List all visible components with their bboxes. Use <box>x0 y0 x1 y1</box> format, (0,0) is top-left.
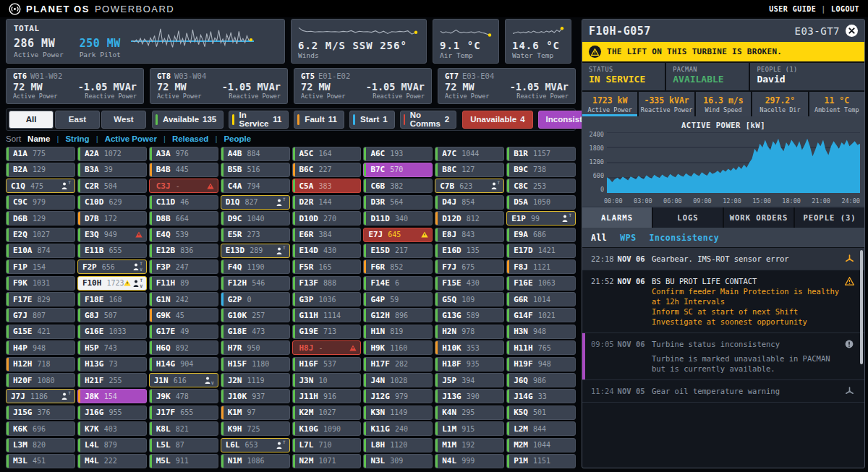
turbine-tile-G18E[interactable]: G18E473 <box>221 325 290 339</box>
turbine-tile-C10D[interactable]: C10D629 <box>77 195 147 210</box>
turbine-tile-B5B[interactable]: B5B516 <box>221 163 290 177</box>
turbine-tile-G7J[interactable]: G7J807 <box>6 308 75 322</box>
turbine-tile-J16G[interactable]: J16G955 <box>77 406 147 420</box>
turbine-tile-J12G[interactable]: J12G979 <box>363 389 433 403</box>
turbine-tile-F7J[interactable]: F7J675 <box>435 259 504 274</box>
turbine-tile-F1P[interactable]: F1P154 <box>6 259 75 274</box>
turbine-tile-C8C[interactable]: C8C253 <box>506 179 576 193</box>
turbine-tile-E7J[interactable]: E7J645 <box>363 228 433 242</box>
turbine-tile-J10K[interactable]: J10K937 <box>221 389 290 403</box>
turbine-tile-H16F[interactable]: H16F537 <box>292 357 362 372</box>
turbine-tile-K9H[interactable]: K9H725 <box>221 421 290 436</box>
turbine-tile-P1M[interactable]: P1M1151 <box>506 454 576 468</box>
alarm-row[interactable]: 09:05NOV 06Turbine status inconsistencyT… <box>582 333 864 380</box>
turbine-tile-A6C[interactable]: A6C193 <box>363 147 433 161</box>
turbine-tile-B1R[interactable]: B1R1157 <box>506 147 576 161</box>
turbine-tile-F17E[interactable]: F17E829 <box>6 292 75 306</box>
turbine-tile-F16E[interactable]: F16E1063 <box>506 276 576 291</box>
turbine-tile-H6Q[interactable]: H6Q892 <box>149 340 218 355</box>
turbine-tile-K11G[interactable]: K11G240 <box>363 421 433 436</box>
alarm-row[interactable]: 21:52NOV 06BS BU PROT LIFE CONTACTConfir… <box>582 270 864 333</box>
turbine-tile-H14G[interactable]: H14G904 <box>149 357 218 372</box>
turbine-tile-G3P[interactable]: G3P1036 <box>292 292 362 306</box>
logout-link[interactable]: LOGOUT <box>831 5 859 13</box>
turbine-tile-E14D[interactable]: E14D430 <box>292 244 362 258</box>
turbine-tile-M5L[interactable]: M5L911 <box>149 454 218 468</box>
turbine-tile-H18F[interactable]: H18F935 <box>435 357 504 372</box>
turbine-tile-K8L[interactable]: K8L821 <box>149 421 218 436</box>
turbine-tile-N2M[interactable]: N2M1071 <box>292 454 362 468</box>
turbine-tile-J2N[interactable]: J2N1119 <box>221 373 290 387</box>
turbine-tile-G4P[interactable]: G4P59 <box>363 292 433 306</box>
turbine-tile-C2R[interactable]: C2R504 <box>77 179 147 193</box>
turbine-tile-G12H[interactable]: G12H896 <box>363 308 433 322</box>
turbine-tile-D9C[interactable]: D9C1040 <box>221 211 290 226</box>
filter-chip-unavailable[interactable]: Unavailable4 <box>462 111 532 129</box>
turbine-tile-M4L[interactable]: M4L222 <box>77 454 147 468</box>
turbine-tile-D8B[interactable]: D8B664 <box>149 211 218 226</box>
turbine-tile-H19F[interactable]: H19F948 <box>506 357 576 372</box>
turbine-tile-E8J[interactable]: E8J843 <box>435 228 504 242</box>
turbine-tile-G13G[interactable]: G13G589 <box>435 308 504 322</box>
turbine-tile-K3N[interactable]: K3N1149 <box>363 406 433 420</box>
turbine-tile-B2A[interactable]: B2A129 <box>6 163 75 177</box>
turbine-tile-H12H[interactable]: H12H718 <box>6 357 75 372</box>
turbine-tile-H5P[interactable]: H5P743 <box>77 340 147 355</box>
turbine-tile-G19E[interactable]: G19E713 <box>292 325 362 339</box>
turbine-tile-G16E[interactable]: G16E1033 <box>77 325 147 339</box>
filter-chip-no-comms[interactable]: No Comms2 <box>400 111 457 129</box>
turbine-tile-E5R[interactable]: E5R273 <box>221 228 290 242</box>
turbine-tile-L7L[interactable]: L7L710 <box>292 438 362 452</box>
turbine-tile-J4N[interactable]: J4N1028 <box>363 373 433 387</box>
turbine-tile-K2M[interactable]: K2M1027 <box>292 406 362 420</box>
stat-tab-nacelle-dir[interactable]: 297.2°Nacelle Dir <box>752 92 807 116</box>
turbine-tile-A7C[interactable]: A7C1044 <box>435 147 504 161</box>
region-tab-west[interactable]: West <box>101 111 146 129</box>
turbine-tile-K1M[interactable]: K1M97 <box>221 406 290 420</box>
turbine-tile-E9A[interactable]: E9A686 <box>506 228 576 242</box>
turbine-tile-L2M[interactable]: L2M844 <box>506 421 576 436</box>
turbine-tile-N4L[interactable]: N4L999 <box>435 454 504 468</box>
filter-chip-start[interactable]: Start1 <box>349 111 395 129</box>
turbine-tile-G11H[interactable]: G11H1114 <box>292 308 362 322</box>
turbine-tile-D11D[interactable]: D11D340 <box>363 211 433 226</box>
turbine-tile-L8H[interactable]: L8H1120 <box>363 438 433 452</box>
turbine-tile-D4J[interactable]: D4J854 <box>435 195 504 210</box>
turbine-tile-C6B[interactable]: C6B382 <box>363 179 433 193</box>
turbine-tile-D10D[interactable]: D10D270 <box>292 211 362 226</box>
turbine-tile-D7B[interactable]: D7B172 <box>77 211 147 226</box>
turbine-tile-F11H[interactable]: F11H89 <box>149 276 218 291</box>
turbine-tile-E15D[interactable]: E15D217 <box>363 244 433 258</box>
alarm-filter-all[interactable]: All <box>591 233 607 243</box>
sort-option-active-power[interactable]: Active Power <box>105 134 157 143</box>
turbine-tile-D3R[interactable]: D3R564 <box>363 195 433 210</box>
turbine-tile-E17D[interactable]: E17D1421 <box>506 244 576 258</box>
turbine-tile-F4Q[interactable]: F4Q1190 <box>221 259 290 274</box>
turbine-tile-J13G[interactable]: J13G390 <box>435 389 504 403</box>
turbine-tile-J6Q[interactable]: J6Q986 <box>506 373 576 387</box>
turbine-tile-B4B[interactable]: B4B445 <box>149 163 218 177</box>
turbine-tile-K10G[interactable]: K10G1090 <box>292 421 362 436</box>
turbine-tile-E4Q[interactable]: E4Q539 <box>149 228 218 242</box>
turbine-tile-M1M[interactable]: M1M192 <box>435 438 504 452</box>
turbine-tile-J17F[interactable]: J17F655 <box>149 406 218 420</box>
turbine-tile-H11H[interactable]: H11H765 <box>506 340 576 355</box>
turbine-tile-J3N[interactable]: J3N10 <box>292 373 362 387</box>
turbine-tile-F15E[interactable]: F15E430 <box>435 276 504 291</box>
turbine-tile-F14E[interactable]: F14E6 <box>363 276 433 291</box>
turbine-tile-H15F[interactable]: H15F1180 <box>221 357 290 372</box>
turbine-tile-F9K[interactable]: F9K1031 <box>6 276 75 291</box>
turbine-tile-E3Q[interactable]: E3Q949 <box>77 228 147 242</box>
turbine-tile-J1N[interactable]: J1N616V <box>149 373 218 387</box>
sort-option-string[interactable]: String <box>65 134 89 143</box>
filter-chip-available[interactable]: Available135 <box>152 111 224 129</box>
turbine-tile-L5L[interactable]: L5L87 <box>149 438 218 452</box>
turbine-tile-E13D[interactable]: E13D289T <box>221 244 290 258</box>
tab-alarms[interactable]: ALARMS <box>582 207 652 228</box>
turbine-tile-F3P[interactable]: F3P247 <box>149 259 218 274</box>
region-tab-east[interactable]: East <box>55 111 100 129</box>
turbine-tile-J9K[interactable]: J9K478 <box>149 389 218 403</box>
turbine-tile-D1Q[interactable]: D1Q827T <box>221 195 290 210</box>
turbine-tile-F10H[interactable]: F10H1723TV <box>77 276 147 291</box>
sort-option-name[interactable]: Name <box>27 134 50 143</box>
